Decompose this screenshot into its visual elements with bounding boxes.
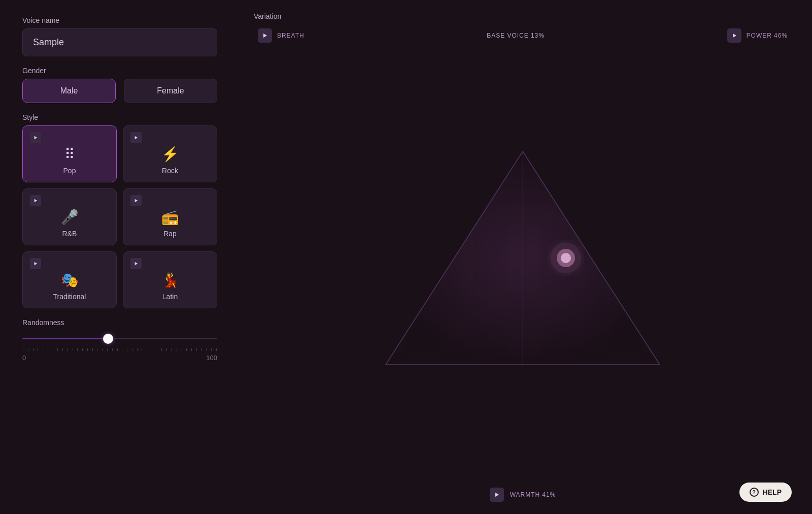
latin-label: Latin	[162, 293, 178, 301]
style-card-rap[interactable]: 📻 Rap	[123, 188, 217, 245]
style-card-pop[interactable]: ⠿ Pop	[22, 125, 117, 182]
breath-label: BREATH	[277, 32, 304, 39]
svg-marker-15	[495, 493, 499, 497]
slider-max-label: 100	[206, 354, 217, 362]
help-label: HELP	[763, 488, 782, 496]
style-section: Style ⠿ Pop ⚡ Rock	[22, 113, 217, 308]
svg-point-14	[561, 253, 571, 263]
breath-corner: BREATH	[258, 28, 304, 43]
voice-name-input[interactable]	[22, 28, 217, 56]
traditional-icon: 🎭	[61, 273, 79, 287]
randomness-thumb[interactable]	[103, 334, 113, 344]
variation-label: Variation	[254, 12, 792, 20]
svg-marker-1	[135, 136, 138, 139]
rnb-icon: 🎤	[61, 210, 79, 224]
play-rnb-button[interactable]	[30, 195, 41, 206]
gender-section: Gender Male Female	[22, 67, 217, 103]
gender-male-button[interactable]: Male	[22, 79, 116, 103]
randomness-section: Randomness 0 100	[22, 318, 217, 362]
slider-min-label: 0	[22, 354, 26, 362]
rnb-label: R&B	[62, 230, 77, 238]
style-label: Style	[22, 113, 217, 121]
voice-name-section: Voice name	[22, 16, 217, 56]
svg-marker-7	[733, 34, 736, 38]
style-card-rock[interactable]: ⚡ Rock	[123, 125, 217, 182]
gender-label: Gender	[22, 67, 217, 75]
svg-marker-3	[135, 199, 138, 202]
slider-track	[22, 338, 217, 339]
style-grid: ⠿ Pop ⚡ Rock 🎤	[22, 125, 217, 308]
style-card-rnb[interactable]: 🎤 R&B	[22, 188, 117, 245]
rock-label: Rock	[162, 167, 178, 175]
help-icon: ?	[750, 488, 759, 497]
top-labels: BREATH BASE VOICE 13% POWER 46%	[254, 28, 792, 43]
style-card-latin[interactable]: 💃 Latin	[123, 251, 217, 308]
slider-labels: 0 100	[22, 354, 217, 362]
play-rap-button[interactable]	[130, 195, 142, 206]
svg-marker-5	[135, 262, 138, 265]
pop-label: Pop	[63, 167, 76, 175]
play-warmth-button[interactable]	[490, 488, 504, 502]
base-voice-label: BASE VOICE 13%	[487, 32, 544, 39]
randomness-label: Randomness	[22, 318, 217, 327]
play-traditional-button[interactable]	[30, 258, 41, 269]
rap-label: Rap	[163, 230, 177, 238]
gender-buttons: Male Female	[22, 79, 217, 103]
play-power-button[interactable]	[727, 28, 741, 43]
slider-ticks	[22, 348, 217, 351]
voice-name-label: Voice name	[22, 16, 217, 24]
pop-icon: ⠿	[64, 147, 75, 162]
triangle-container[interactable]	[376, 141, 670, 385]
warmth-label: WARMTH 41%	[510, 491, 556, 498]
svg-marker-0	[35, 136, 38, 139]
triangle-svg	[376, 141, 670, 385]
rap-icon: 📻	[161, 210, 179, 224]
warmth-section: WARMTH 41%	[254, 488, 792, 502]
play-pop-button[interactable]	[30, 132, 41, 143]
power-label: POWER 46%	[747, 32, 788, 39]
right-panel: Variation BREATH BASE VOICE 13% POWER 46…	[233, 0, 812, 514]
power-corner: POWER 46%	[727, 28, 788, 43]
play-breath-button[interactable]	[258, 28, 272, 43]
help-button[interactable]: ? HELP	[739, 483, 792, 502]
left-panel: Voice name Gender Male Female Style ⠿ Po…	[0, 0, 233, 514]
play-latin-button[interactable]	[130, 258, 142, 269]
style-card-traditional[interactable]: 🎭 Traditional	[22, 251, 117, 308]
variation-area[interactable]	[254, 47, 792, 479]
randomness-slider-wrap	[22, 331, 217, 347]
svg-marker-6	[263, 34, 267, 38]
gender-female-button[interactable]: Female	[124, 79, 217, 103]
svg-marker-4	[35, 262, 38, 265]
latin-icon: 💃	[161, 273, 179, 287]
rock-icon: ⚡	[161, 147, 179, 162]
svg-marker-2	[35, 199, 38, 202]
play-rock-button[interactable]	[130, 132, 142, 143]
traditional-label: Traditional	[53, 293, 86, 301]
